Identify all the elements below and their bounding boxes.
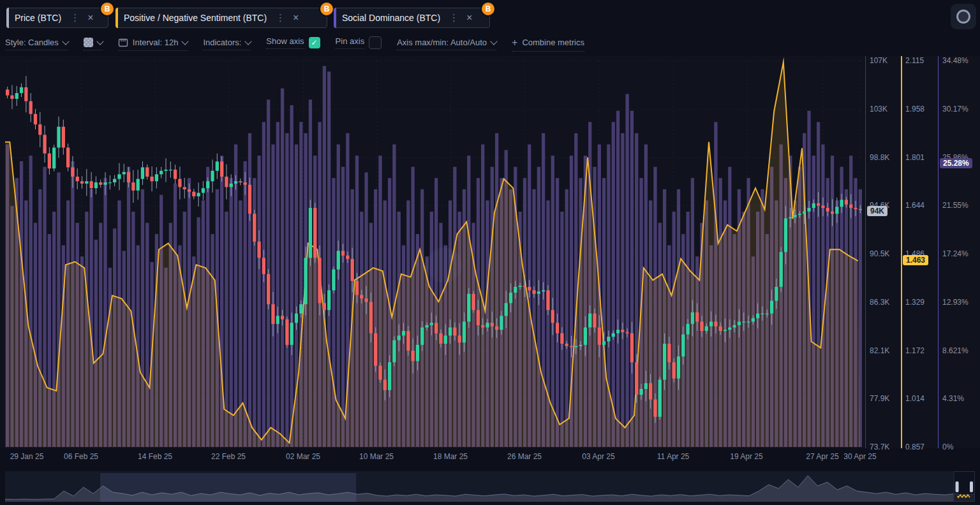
chevron-down-icon (96, 38, 103, 45)
date-axis-tick: 27 Apr 25 (806, 452, 838, 461)
tab-sentiment[interactable]: Positive / Negative Sentiment (BTC) ⋮ × (115, 8, 327, 28)
date-axis-tick: 22 Feb 25 (211, 452, 246, 461)
tab-price[interactable]: Price (BTC) ⋮ × (6, 8, 108, 28)
pin-axis-checkbox[interactable] (369, 36, 382, 49)
date-axis-tick: 14 Feb 25 (138, 452, 172, 461)
close-icon[interactable]: × (466, 12, 472, 24)
dominance-axis-tick: 21.55% (942, 201, 969, 210)
dominance-axis-line (938, 56, 939, 448)
sentiment-axis-tick: 1.014 (905, 394, 924, 403)
color-swatch-icon (84, 38, 93, 47)
axis-maxmin-dropdown[interactable]: Axis max/min: Auto/Auto (397, 38, 496, 50)
price-axis-tick: 77.9K (870, 394, 889, 403)
chevron-down-icon (245, 38, 252, 45)
sentiment-axis-line (901, 56, 902, 448)
record-icon (956, 10, 970, 24)
date-axis-tick: 10 Mar 25 (359, 452, 394, 461)
axis-maxmin-label: Axis max/min: Auto/Auto (397, 38, 487, 47)
chevron-down-icon (490, 38, 497, 45)
close-icon[interactable]: × (293, 12, 299, 24)
style-dropdown[interactable]: Style: Candles (5, 38, 68, 50)
dominance-current-value-badge: 25.28% (940, 158, 972, 168)
tab-accent (6, 8, 9, 28)
price-axis-line (865, 56, 866, 448)
price-axis-tick: 90.5K (870, 249, 889, 258)
record-button[interactable] (951, 4, 976, 29)
dominance-axis-tick: 30.17% (942, 105, 969, 113)
btc-badge-icon: B (480, 1, 496, 17)
tab-label: Positive / Negative Sentiment (BTC) (124, 13, 267, 23)
sentiment-axis-tick: 1.958 (905, 105, 924, 113)
chevron-down-icon (62, 38, 69, 45)
tab-social-dominance[interactable]: Social Dominance (BTC) ⋮ × (334, 8, 490, 28)
price-axis-tick: 103K (870, 105, 887, 113)
close-icon[interactable]: × (87, 12, 93, 24)
dominance-axis-tick: 12.93% (942, 298, 969, 307)
price-axis-tick: 86.3K (870, 298, 889, 307)
sentiment-current-value-badge: 1.463 (903, 255, 928, 265)
interval-dropdown[interactable]: Interval: 12h (118, 38, 188, 51)
show-axis-toggle[interactable]: Show axis ✓ (266, 36, 320, 52)
indicators-label: Indicators: (203, 38, 241, 47)
date-axis-tick: 02 Mar 25 (286, 452, 320, 461)
watermark-logo (426, 247, 462, 283)
date-axis: 29 Jan 2506 Feb 2514 Feb 2522 Feb 2502 M… (0, 448, 980, 464)
pin-axis-toggle[interactable]: Pin axis (336, 36, 382, 52)
tab-label: Price (BTC) (15, 13, 61, 23)
date-axis-tick: 18 Mar 25 (433, 452, 468, 461)
style-label: Style: Candles (5, 38, 59, 47)
show-axis-checkbox[interactable]: ✓ (309, 37, 320, 48)
dominance-axis-tick: 8.621% (942, 346, 969, 355)
chevron-down-icon (182, 38, 189, 45)
dominance-axis-tick: 17.24% (942, 249, 969, 258)
plus-icon: + (512, 37, 517, 48)
kebab-menu-icon[interactable]: ⋮ (276, 12, 285, 24)
date-axis-tick: 03 Apr 25 (582, 452, 614, 461)
price-axis-tick: 107K (870, 56, 887, 65)
sentiment-axis-tick: 2.115 (905, 56, 924, 65)
date-axis-tick: 06 Feb 25 (64, 452, 98, 461)
kebab-menu-icon[interactable]: ⋮ (70, 12, 80, 24)
date-axis-tick: 26 Mar 25 (507, 452, 542, 461)
date-axis-tick: 11 Apr 25 (657, 452, 689, 461)
sentiment-axis-tick: 1.644 (905, 201, 924, 210)
price-axis-tick: 82.1K (870, 346, 889, 355)
timeline-navigator[interactable] (5, 471, 975, 502)
interval-label: Interval: 12h (133, 38, 179, 47)
btc-badge-icon: B (100, 1, 115, 17)
sentiment-axis-tick: 1.801 (905, 153, 924, 162)
kebab-menu-icon[interactable]: ⋮ (449, 12, 459, 24)
dominance-axis-tick: 4.31% (942, 394, 964, 403)
tab-accent (115, 8, 118, 28)
chart-toolbar: Style: Candles Interval: 12h Indicators:… (5, 36, 584, 52)
sentiment-axis-tick: 1.172 (905, 346, 924, 355)
price-axis-tick: 98.8K (870, 153, 889, 162)
combine-metrics-label: Combine metrics (522, 38, 584, 47)
sentiment-axis-tick: 1.329 (905, 298, 924, 307)
combine-metrics-button[interactable]: + Combine metrics (512, 37, 584, 52)
main-chart-area[interactable]: 107K103K98.8K94.6K90.5K86.3K82.1K77.9K73… (0, 56, 980, 448)
navigator-preview-chart[interactable] (5, 471, 975, 502)
price-current-value-badge: 94K (867, 206, 887, 216)
dominance-axis-tick: 34.48% (942, 56, 969, 65)
pin-axis-label: Pin axis (336, 36, 365, 49)
show-axis-label: Show axis (266, 36, 304, 49)
btc-badge-icon: B (319, 1, 334, 17)
date-axis-tick: 30 Apr 25 (843, 452, 876, 461)
color-swatch-dropdown[interactable] (84, 38, 103, 50)
tab-accent (334, 8, 336, 28)
date-axis-tick: 29 Jan 25 (10, 452, 44, 461)
interval-icon (118, 38, 128, 48)
date-axis-tick: 19 Apr 25 (730, 452, 762, 461)
indicators-dropdown[interactable]: Indicators: (203, 38, 251, 50)
charting-app: Price (BTC) ⋮ × B Positive / Negative Se… (0, 0, 980, 505)
tab-label: Social Dominance (BTC) (342, 13, 440, 23)
